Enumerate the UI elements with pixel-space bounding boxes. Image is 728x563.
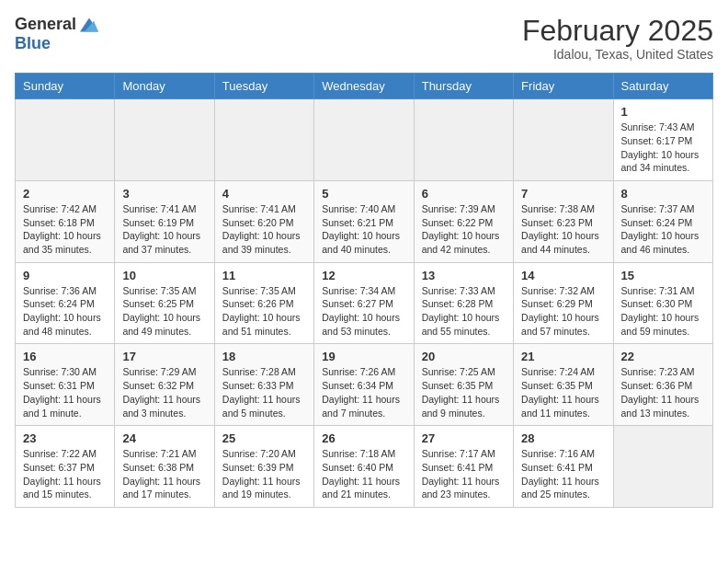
calendar-cell: 15Sunrise: 7:31 AM Sunset: 6:30 PM Dayli… xyxy=(613,262,712,344)
day-info: Sunrise: 7:37 AM Sunset: 6:24 PM Dayligh… xyxy=(621,202,705,257)
calendar-cell: 12Sunrise: 7:34 AM Sunset: 6:27 PM Dayli… xyxy=(314,262,414,344)
day-info: Sunrise: 7:35 AM Sunset: 6:25 PM Dayligh… xyxy=(122,284,206,339)
calendar-cell: 23Sunrise: 7:22 AM Sunset: 6:37 PM Dayli… xyxy=(16,426,115,508)
calendar-header-thursday: Thursday xyxy=(414,74,513,99)
day-number: 23 xyxy=(23,431,107,445)
day-number: 17 xyxy=(122,350,206,363)
calendar-cell: 9Sunrise: 7:36 AM Sunset: 6:24 PM Daylig… xyxy=(16,262,115,344)
calendar-cell: 17Sunrise: 7:29 AM Sunset: 6:32 PM Dayli… xyxy=(115,344,214,426)
day-number: 25 xyxy=(222,431,306,445)
day-number: 2 xyxy=(23,187,107,201)
calendar-cell: 27Sunrise: 7:17 AM Sunset: 6:41 PM Dayli… xyxy=(414,426,513,508)
day-info: Sunrise: 7:17 AM Sunset: 6:41 PM Dayligh… xyxy=(422,447,506,501)
calendar-cell xyxy=(214,99,313,181)
calendar-cell xyxy=(613,426,712,508)
calendar-cell xyxy=(115,99,214,181)
day-info: Sunrise: 7:30 AM Sunset: 6:31 PM Dayligh… xyxy=(23,365,107,419)
logo-general-text: General xyxy=(15,15,76,34)
day-info: Sunrise: 7:20 AM Sunset: 6:39 PM Dayligh… xyxy=(222,447,306,501)
calendar-cell: 7Sunrise: 7:38 AM Sunset: 6:23 PM Daylig… xyxy=(514,180,613,262)
calendar-cell: 2Sunrise: 7:42 AM Sunset: 6:18 PM Daylig… xyxy=(16,180,115,262)
day-info: Sunrise: 7:33 AM Sunset: 6:28 PM Dayligh… xyxy=(422,284,506,339)
page-header: General Blue February 2025 Idalou, Texas… xyxy=(15,15,713,62)
calendar-header-row: SundayMondayTuesdayWednesdayThursdayFrid… xyxy=(16,74,713,99)
calendar-cell: 6Sunrise: 7:39 AM Sunset: 6:22 PM Daylig… xyxy=(414,180,513,262)
day-number: 10 xyxy=(122,269,206,282)
day-info: Sunrise: 7:35 AM Sunset: 6:26 PM Dayligh… xyxy=(222,284,306,339)
calendar-cell: 3Sunrise: 7:41 AM Sunset: 6:19 PM Daylig… xyxy=(115,180,214,262)
day-info: Sunrise: 7:43 AM Sunset: 6:17 PM Dayligh… xyxy=(621,121,705,175)
day-info: Sunrise: 7:24 AM Sunset: 6:35 PM Dayligh… xyxy=(521,365,605,419)
day-number: 11 xyxy=(222,269,306,282)
calendar-cell: 16Sunrise: 7:30 AM Sunset: 6:31 PM Dayli… xyxy=(16,344,115,426)
title-block: February 2025 Idalou, Texas, United Stat… xyxy=(522,15,713,62)
calendar-cell: 21Sunrise: 7:24 AM Sunset: 6:35 PM Dayli… xyxy=(514,344,613,426)
day-info: Sunrise: 7:25 AM Sunset: 6:35 PM Dayligh… xyxy=(422,365,506,419)
day-info: Sunrise: 7:41 AM Sunset: 6:19 PM Dayligh… xyxy=(122,202,206,257)
calendar-cell: 8Sunrise: 7:37 AM Sunset: 6:24 PM Daylig… xyxy=(613,180,712,262)
day-number: 15 xyxy=(621,269,705,282)
day-info: Sunrise: 7:38 AM Sunset: 6:23 PM Dayligh… xyxy=(521,202,605,257)
calendar-header-friday: Friday xyxy=(514,74,613,99)
day-number: 13 xyxy=(422,269,506,282)
calendar-cell: 20Sunrise: 7:25 AM Sunset: 6:35 PM Dayli… xyxy=(414,344,513,426)
calendar-header-sunday: Sunday xyxy=(16,74,115,99)
day-number: 6 xyxy=(422,187,506,201)
day-number: 19 xyxy=(322,350,405,363)
calendar-week-2: 2Sunrise: 7:42 AM Sunset: 6:18 PM Daylig… xyxy=(16,180,713,262)
calendar-week-5: 23Sunrise: 7:22 AM Sunset: 6:37 PM Dayli… xyxy=(16,426,713,508)
day-info: Sunrise: 7:42 AM Sunset: 6:18 PM Dayligh… xyxy=(23,202,107,257)
day-number: 1 xyxy=(621,105,705,119)
logo-blue-text: Blue xyxy=(15,34,51,52)
calendar-cell: 19Sunrise: 7:26 AM Sunset: 6:34 PM Dayli… xyxy=(314,344,414,426)
day-info: Sunrise: 7:22 AM Sunset: 6:37 PM Dayligh… xyxy=(23,447,107,501)
calendar-cell: 5Sunrise: 7:40 AM Sunset: 6:21 PM Daylig… xyxy=(314,180,414,262)
day-info: Sunrise: 7:41 AM Sunset: 6:20 PM Dayligh… xyxy=(222,202,306,257)
day-number: 12 xyxy=(322,269,405,282)
day-number: 16 xyxy=(23,350,107,363)
day-info: Sunrise: 7:23 AM Sunset: 6:36 PM Dayligh… xyxy=(621,365,705,419)
day-number: 4 xyxy=(222,187,306,201)
calendar-header-saturday: Saturday xyxy=(613,74,712,99)
day-number: 5 xyxy=(322,187,405,201)
day-info: Sunrise: 7:28 AM Sunset: 6:33 PM Dayligh… xyxy=(222,365,306,419)
calendar-cell: 26Sunrise: 7:18 AM Sunset: 6:40 PM Dayli… xyxy=(314,426,414,508)
calendar-header-tuesday: Tuesday xyxy=(214,74,313,99)
location-title: Idalou, Texas, United States xyxy=(522,47,713,62)
calendar-cell xyxy=(16,99,115,181)
calendar-cell: 4Sunrise: 7:41 AM Sunset: 6:20 PM Daylig… xyxy=(214,180,313,262)
calendar-week-4: 16Sunrise: 7:30 AM Sunset: 6:31 PM Dayli… xyxy=(16,344,713,426)
calendar-cell: 13Sunrise: 7:33 AM Sunset: 6:28 PM Dayli… xyxy=(414,262,513,344)
calendar-cell: 11Sunrise: 7:35 AM Sunset: 6:26 PM Dayli… xyxy=(214,262,313,344)
day-number: 8 xyxy=(621,187,705,201)
calendar-cell xyxy=(414,99,513,181)
calendar-header-wednesday: Wednesday xyxy=(314,74,414,99)
day-number: 22 xyxy=(621,350,705,363)
calendar-week-1: 1Sunrise: 7:43 AM Sunset: 6:17 PM Daylig… xyxy=(16,99,713,181)
day-number: 24 xyxy=(122,431,206,445)
month-title: February 2025 xyxy=(522,15,713,47)
calendar-table: SundayMondayTuesdayWednesdayThursdayFrid… xyxy=(15,73,713,508)
day-info: Sunrise: 7:29 AM Sunset: 6:32 PM Dayligh… xyxy=(122,365,206,419)
day-number: 21 xyxy=(521,350,605,363)
calendar-cell: 14Sunrise: 7:32 AM Sunset: 6:29 PM Dayli… xyxy=(514,262,613,344)
day-number: 14 xyxy=(521,269,605,282)
logo-icon xyxy=(80,17,98,32)
calendar-week-3: 9Sunrise: 7:36 AM Sunset: 6:24 PM Daylig… xyxy=(16,262,713,344)
calendar-header-monday: Monday xyxy=(115,74,214,99)
calendar-cell: 18Sunrise: 7:28 AM Sunset: 6:33 PM Dayli… xyxy=(214,344,313,426)
day-number: 9 xyxy=(23,269,107,282)
day-info: Sunrise: 7:34 AM Sunset: 6:27 PM Dayligh… xyxy=(322,284,405,339)
calendar-cell xyxy=(514,99,613,181)
day-info: Sunrise: 7:16 AM Sunset: 6:41 PM Dayligh… xyxy=(521,447,605,501)
calendar-cell: 25Sunrise: 7:20 AM Sunset: 6:39 PM Dayli… xyxy=(214,426,313,508)
day-info: Sunrise: 7:31 AM Sunset: 6:30 PM Dayligh… xyxy=(621,284,705,339)
day-number: 28 xyxy=(521,431,605,445)
day-number: 20 xyxy=(422,350,506,363)
calendar-cell: 1Sunrise: 7:43 AM Sunset: 6:17 PM Daylig… xyxy=(613,99,712,181)
day-info: Sunrise: 7:18 AM Sunset: 6:40 PM Dayligh… xyxy=(322,447,405,501)
calendar-cell: 22Sunrise: 7:23 AM Sunset: 6:36 PM Dayli… xyxy=(613,344,712,426)
day-info: Sunrise: 7:32 AM Sunset: 6:29 PM Dayligh… xyxy=(521,284,605,339)
calendar-cell xyxy=(314,99,414,181)
calendar-cell: 24Sunrise: 7:21 AM Sunset: 6:38 PM Dayli… xyxy=(115,426,214,508)
